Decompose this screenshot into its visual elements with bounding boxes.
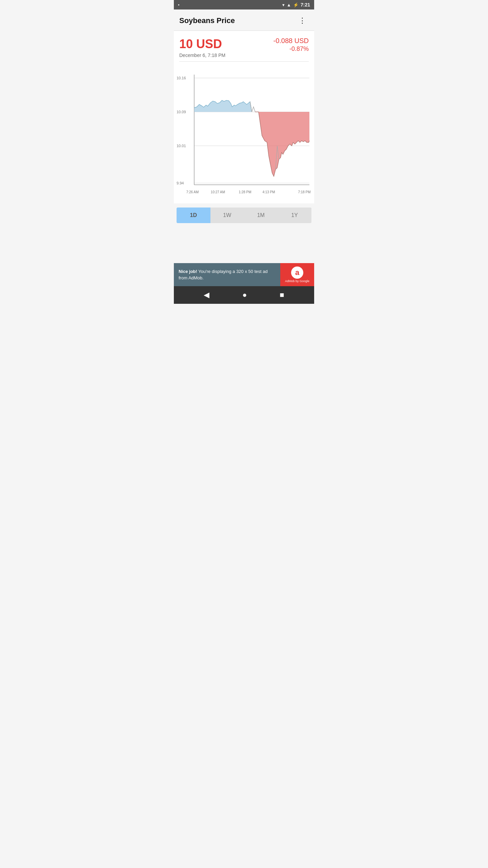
svg-text:7:18 PM: 7:18 PM: [298, 190, 310, 194]
period-1w-button[interactable]: 1W: [210, 208, 244, 223]
section-divider: [179, 61, 309, 62]
period-1y-button[interactable]: 1Y: [278, 208, 312, 223]
nav-bar: ◀ ● ■: [174, 286, 314, 304]
svg-text:1:28 PM: 1:28 PM: [239, 190, 251, 194]
recents-button[interactable]: ■: [280, 291, 284, 299]
svg-text:10.01: 10.01: [177, 144, 186, 148]
period-1d-button[interactable]: 1D: [177, 208, 210, 223]
svg-text:10:27 AM: 10:27 AM: [211, 190, 225, 194]
price-change-usd: -0.088 USD: [273, 37, 309, 45]
price-chart: 10.16 10.09 10.01 9.94 7:26 AM 10:27 A: [174, 64, 314, 203]
ad-logo-section: a AdMob by Google: [280, 263, 314, 286]
svg-text:10.09: 10.09: [177, 110, 186, 114]
page-title: Soybeans Price: [179, 16, 235, 25]
ad-text: Nice job! You're displaying a 320 x 50 t…: [179, 269, 268, 280]
status-bar: ▪ ▾ ▲ ⚡ 7:21: [174, 0, 314, 9]
status-time: 7:21: [301, 2, 310, 7]
chart-svg: 10.16 10.09 10.01 9.94 7:26 AM 10:27 A: [174, 68, 314, 203]
svg-text:4:13 PM: 4:13 PM: [262, 190, 275, 194]
menu-button[interactable]: ⋮: [296, 15, 309, 26]
period-selector: 1D 1W 1M 1Y: [177, 208, 311, 223]
ad-logo-letter: a: [295, 268, 299, 277]
price-value: 10 USD: [179, 37, 225, 51]
signal-icon: ▲: [287, 2, 291, 7]
period-1m-button[interactable]: 1M: [244, 208, 278, 223]
sim-icon: ▪: [178, 2, 179, 7]
ad-banner: Nice job! You're displaying a 320 x 50 t…: [174, 263, 314, 286]
wifi-icon: ▾: [282, 2, 285, 7]
price-section: 10 USD December 6, 7:18 PM -0.088 USD -0…: [174, 31, 314, 64]
svg-marker-11: [255, 112, 309, 176]
ad-text-section: Nice job! You're displaying a 320 x 50 t…: [174, 265, 280, 284]
price-date: December 6, 7:18 PM: [179, 53, 225, 58]
ad-logo-label: AdMob by Google: [285, 279, 309, 283]
svg-text:10.16: 10.16: [177, 76, 186, 80]
battery-icon: ⚡: [293, 2, 299, 7]
ad-text-bold: Nice job!: [179, 269, 197, 274]
svg-text:7:26 AM: 7:26 AM: [186, 190, 199, 194]
ad-logo-circle: a: [291, 267, 303, 279]
price-change-pct: -0.87%: [273, 45, 309, 53]
home-button[interactable]: ●: [242, 291, 247, 299]
back-button[interactable]: ◀: [204, 291, 209, 299]
app-header: Soybeans Price ⋮: [174, 9, 314, 31]
svg-text:9.94: 9.94: [177, 181, 184, 185]
